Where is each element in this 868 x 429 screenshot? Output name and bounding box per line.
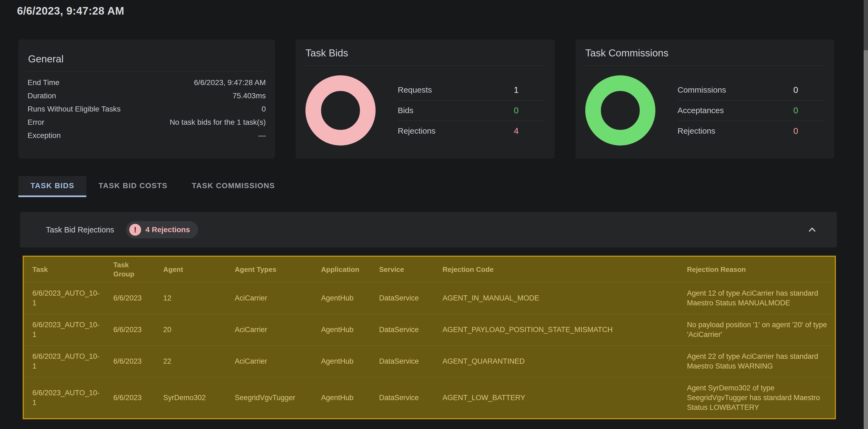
stat-row-rejections: Rejections4 <box>398 121 546 141</box>
table-cell: AGENT_PAYLOAD_POSITION_STATE_MISMATCH <box>434 314 678 346</box>
stat-row-rejections: Rejections0 <box>678 121 825 141</box>
table-cell: AGENT_LOW_BATTERY <box>434 377 678 419</box>
stat-label: Rejections <box>678 126 715 136</box>
table-cell: AciCarrier <box>226 282 312 314</box>
table-cell: SeegridVgvTugger <box>226 377 312 419</box>
stat-label: Rejections <box>398 126 435 136</box>
column-header[interactable]: Rejection Reason <box>678 257 835 282</box>
chevron-up-icon[interactable] <box>806 224 818 236</box>
table-cell: No payload position '1' on agent '20' of… <box>678 314 835 346</box>
table-cell: AgentHub <box>312 314 370 346</box>
table-cell: 6/6/2023_AUTO_10-1 <box>24 282 105 314</box>
task-bids-card: Task Bids Requests1Bids0Rejections4 <box>296 39 555 159</box>
general-row-value: 75.403ms <box>232 89 266 102</box>
rejections-table: TaskTask GroupAgentAgent TypesApplicatio… <box>24 257 835 418</box>
general-row-label: Duration <box>28 89 56 102</box>
stat-row-bids: Bids0 <box>398 101 546 121</box>
divider <box>305 65 546 66</box>
column-header[interactable]: Application <box>312 257 370 282</box>
table-cell: AgentHub <box>312 346 370 377</box>
vertical-scrollbar <box>864 0 868 429</box>
stat-value: 0 <box>793 106 798 116</box>
general-row: End Time6/6/2023, 9:47:28 AM <box>28 76 266 89</box>
accordion-title: Task Bid Rejections <box>46 225 114 234</box>
table-cell: SyrDemo302 <box>155 377 226 419</box>
table-cell: DataService <box>370 314 434 346</box>
table-cell: DataService <box>370 282 434 314</box>
table-cell: 20 <box>155 314 226 346</box>
table-cell: 12 <box>155 282 226 314</box>
table-cell: 22 <box>155 346 226 377</box>
table-cell: Agent SyrDemo302 of type SeegridVgvTugge… <box>678 377 835 419</box>
page-title-timestamp: 6/6/2023, 9:47:28 AM <box>17 5 124 17</box>
general-row-label: Error <box>28 116 44 129</box>
general-row-label: Exception <box>28 129 61 142</box>
task-commissions-stats: Commissions0Acceptances0Rejections0 <box>678 80 825 141</box>
stat-label: Commissions <box>678 85 726 94</box>
table-row[interactable]: 6/6/2023_AUTO_10-16/6/202320AciCarrierAg… <box>24 314 835 346</box>
general-row-label: Runs Without Eligible Tasks <box>28 102 121 116</box>
table-cell: AgentHub <box>312 377 370 419</box>
table-row[interactable]: 6/6/2023_AUTO_10-16/6/202312AciCarrierAg… <box>24 282 835 314</box>
column-header[interactable]: Task <box>24 257 105 282</box>
stat-value: 1 <box>514 85 519 95</box>
table-cell: AGENT_IN_MANUAL_MODE <box>434 282 678 314</box>
stat-label: Bids <box>398 106 413 115</box>
scrollbar-thumb[interactable] <box>864 50 868 429</box>
rejections-badge-label: 4 Rejections <box>146 225 190 234</box>
general-row: Exception— <box>28 129 266 142</box>
general-row: Duration75.403ms <box>28 89 266 102</box>
table-cell: 6/6/2023 <box>105 346 155 377</box>
table-row[interactable]: 6/6/2023_AUTO_10-16/6/202322AciCarrierAg… <box>24 346 835 377</box>
general-card: General End Time6/6/2023, 9:47:28 AMDura… <box>18 39 275 159</box>
task-bids-card-title: Task Bids <box>305 48 546 59</box>
divider <box>585 65 825 66</box>
stat-value: 0 <box>514 106 519 116</box>
general-row-label: End Time <box>28 76 59 89</box>
task-bid-rejections-table-highlighted: TaskTask GroupAgentAgent TypesApplicatio… <box>23 256 836 419</box>
table-cell: 6/6/2023 <box>105 314 155 346</box>
stat-label: Acceptances <box>678 106 724 115</box>
general-row: ErrorNo task bids for the 1 task(s) <box>28 116 266 129</box>
table-header-row: TaskTask GroupAgentAgent TypesApplicatio… <box>24 257 835 282</box>
stat-value: 0 <box>793 85 798 95</box>
general-row: Runs Without Eligible Tasks0 <box>28 102 266 116</box>
general-card-title: General <box>28 53 266 65</box>
tab-task-commissions[interactable]: TASK COMMISSIONS <box>180 176 287 197</box>
general-row-value: — <box>258 129 266 142</box>
table-cell: DataService <box>370 346 434 377</box>
general-row-value: No task bids for the 1 task(s) <box>170 116 266 129</box>
column-header[interactable]: Rejection Code <box>434 257 678 282</box>
task-bids-donut-chart <box>305 75 376 145</box>
table-cell: 6/6/2023_AUTO_10-1 <box>24 314 105 346</box>
column-header[interactable]: Service <box>370 257 434 282</box>
table-body: 6/6/2023_AUTO_10-16/6/202312AciCarrierAg… <box>24 282 835 419</box>
rejections-count-badge: ! 4 Rejections <box>126 221 198 238</box>
stat-value: 0 <box>793 126 798 136</box>
column-header[interactable]: Agent <box>155 257 226 282</box>
table-cell: AgentHub <box>312 282 370 314</box>
general-row-value: 0 <box>261 102 266 116</box>
stat-label: Requests <box>398 85 432 94</box>
divider <box>28 71 266 72</box>
column-header[interactable]: Agent Types <box>226 257 312 282</box>
stat-value: 4 <box>514 126 519 136</box>
table-cell: AciCarrier <box>226 346 312 377</box>
column-header[interactable]: Task Group <box>105 257 155 282</box>
tab-task-bid-costs[interactable]: TASK BID COSTS <box>86 176 179 197</box>
table-cell: Agent 12 of type AciCarrier has standard… <box>678 282 835 314</box>
table-row[interactable]: 6/6/2023_AUTO_10-16/6/2023SyrDemo302Seeg… <box>24 377 835 419</box>
tab-task-bids[interactable]: TASK BIDS <box>18 176 86 197</box>
table-cell: AGENT_QUARANTINED <box>434 346 678 377</box>
table-cell: AciCarrier <box>226 314 312 346</box>
summary-cards-row: General End Time6/6/2023, 9:47:28 AMDura… <box>18 39 835 159</box>
task-bid-rejections-accordion-header[interactable]: Task Bid Rejections ! 4 Rejections <box>20 212 837 248</box>
general-row-value: 6/6/2023, 9:47:28 AM <box>194 76 266 89</box>
error-icon: ! <box>129 224 141 236</box>
stat-row-requests: Requests1 <box>398 80 546 101</box>
table-cell: DataService <box>370 377 434 419</box>
table-cell: 6/6/2023 <box>105 282 155 314</box>
table-cell: Agent 22 of type AciCarrier has standard… <box>678 346 835 377</box>
task-commissions-card: Task Commissions Commissions0Acceptances… <box>576 39 834 159</box>
general-rows: End Time6/6/2023, 9:47:28 AMDuration75.4… <box>28 76 266 142</box>
